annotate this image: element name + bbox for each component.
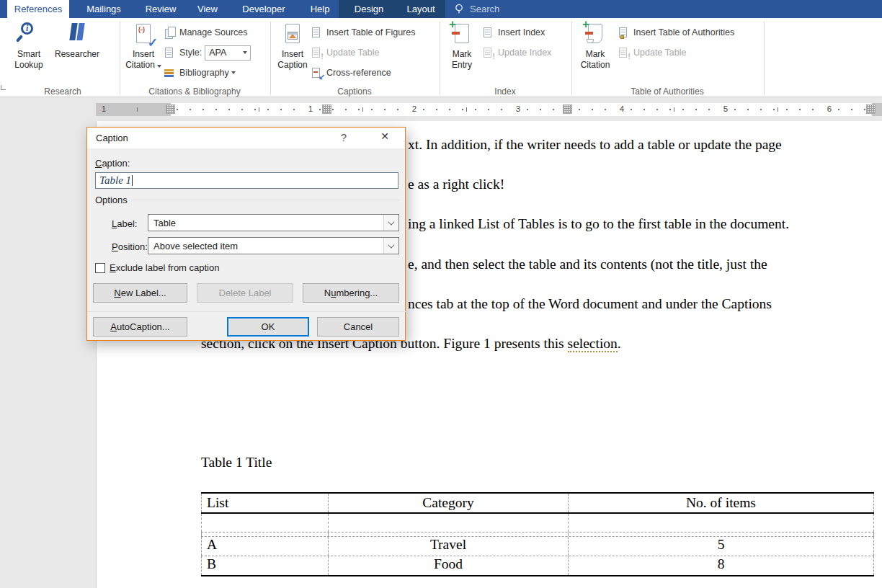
bibliography-label: Bibliography <box>179 68 229 78</box>
mark-entry-icon <box>450 22 474 48</box>
label-text: osition: <box>118 241 148 252</box>
update-table-label: Update Table <box>633 48 686 58</box>
table-header-cell[interactable]: Category <box>329 494 569 512</box>
insert-index-button[interactable]: Insert Index <box>483 24 545 41</box>
tab-design[interactable]: Design <box>355 0 383 18</box>
cross-reference-button[interactable]: Cross-reference <box>311 64 391 81</box>
insert-citation-label2-text: Citation <box>125 60 155 70</box>
insert-citation-icon <box>131 22 156 48</box>
insert-caption-icon <box>280 22 305 48</box>
update-index-button: Update Index <box>483 44 551 61</box>
body-text-line[interactable]: e, and then select the table and its con… <box>408 257 767 272</box>
tab-review[interactable]: Review <box>146 0 177 18</box>
exclude-label-checkbox-label[interactable]: Exclude label from caption <box>110 262 219 273</box>
ruler-band: 1 1 2 3 4 5 6 <box>0 98 882 121</box>
tab-mailings[interactable]: Mailings <box>86 0 121 18</box>
table-row[interactable]: A Travel 5 <box>201 537 874 556</box>
table-column-marker[interactable] <box>166 104 175 114</box>
close-icon[interactable]: ✕ <box>375 130 394 146</box>
mark-citation-label: Mark <box>575 49 615 60</box>
body-text-line[interactable]: ing a linked List of Tables is to go to … <box>408 216 789 232</box>
insert-table-of-figures-button[interactable]: Insert Table of Figures <box>311 24 415 41</box>
caption-input[interactable]: Table 1 <box>95 172 398 189</box>
table-of-figures-icon <box>311 27 324 39</box>
mark-citation-icon <box>583 22 607 48</box>
mark-citation-button[interactable]: Mark Citation <box>575 22 615 71</box>
table-cell[interactable]: Travel <box>329 537 569 556</box>
researcher-label: Researcher <box>50 49 104 60</box>
bibliography-button[interactable]: Bibliography <box>164 64 236 81</box>
table-cell[interactable]: B <box>201 556 329 575</box>
button-text: utoCaption... <box>117 321 170 332</box>
table-cell[interactable] <box>569 514 874 532</box>
ok-button[interactable]: OK <box>227 317 309 337</box>
insert-caption-button[interactable]: Insert Caption <box>274 22 311 71</box>
new-label-button[interactable]: New Label... <box>93 283 187 303</box>
cancel-button[interactable]: Cancel <box>317 317 399 337</box>
body-text-line[interactable]: e as a right click! <box>408 177 504 192</box>
label-text: abel: <box>117 218 137 229</box>
manage-sources-label: Manage Sources <box>179 27 248 37</box>
manage-sources-icon <box>164 27 177 39</box>
dialog-title-bar[interactable]: Caption ? ✕ <box>87 128 405 148</box>
researcher-button[interactable]: Researcher <box>50 22 104 60</box>
ribbon-tab-bar: References Mailings Review View Develope… <box>0 0 882 18</box>
label-dropdown[interactable]: Table <box>148 214 399 231</box>
position-dropdown[interactable]: Above selected item <box>148 237 399 254</box>
table-cell[interactable]: 5 <box>569 537 874 556</box>
tab-help[interactable]: Help <box>311 0 330 18</box>
table-cell[interactable] <box>569 533 874 536</box>
table-cell[interactable] <box>201 533 329 536</box>
table-cell[interactable]: 8 <box>569 556 874 575</box>
table-row[interactable]: B Food 8 <box>201 556 874 576</box>
style-value: APA <box>209 48 226 58</box>
help-button[interactable]: ? <box>336 131 352 146</box>
table-header-cell[interactable]: List <box>201 494 329 512</box>
dropdown-button[interactable] <box>383 238 398 254</box>
search-box[interactable]: Search <box>454 0 499 18</box>
caption-field-label: Caption: <box>95 158 130 169</box>
autocaption-button[interactable]: AutoCaption... <box>93 317 187 337</box>
chevron-down-icon <box>388 241 394 248</box>
tab-layout[interactable]: Layout <box>406 0 435 18</box>
exclude-label-checkbox[interactable] <box>95 263 105 273</box>
table-cell[interactable]: A <box>201 537 329 556</box>
tab-view[interactable]: View <box>197 0 218 18</box>
table-header-row[interactable]: List Category No. of items <box>201 492 874 514</box>
table-column-marker[interactable] <box>866 104 876 114</box>
ribbon: Smart Lookup Researcher Research Insert … <box>0 18 882 97</box>
table-caption-title[interactable]: Table 1 Title <box>201 455 272 471</box>
table-cell[interactable]: Food <box>329 556 569 575</box>
body-text-line[interactable]: xt. In addition, if the writer needs to … <box>408 137 782 153</box>
manage-sources-button[interactable]: Manage Sources <box>164 24 248 41</box>
tab-references[interactable]: References <box>7 0 69 18</box>
table-column-marker[interactable] <box>322 104 331 114</box>
table-of-authorities-icon <box>618 27 631 39</box>
insert-citation-button[interactable]: Insert Citation <box>124 22 163 71</box>
numbering-button[interactable]: Numbering... <box>303 283 399 303</box>
tab-developer[interactable]: Developer <box>242 0 285 18</box>
insert-citation-label2: Citation <box>124 60 163 71</box>
group-label-index: Index <box>494 86 515 97</box>
dialog-title: Caption <box>96 133 128 143</box>
dialog-launcher-icon[interactable] <box>1 85 6 90</box>
style-combobox[interactable]: APA <box>205 45 251 61</box>
table-cell[interactable] <box>329 533 569 536</box>
cross-reference-label: Cross-reference <box>326 68 391 78</box>
position-field-label: Position: <box>112 241 148 252</box>
body-text-line[interactable]: nces tab at the top of the Word document… <box>408 296 772 312</box>
document-table[interactable]: List Category No. of items A Travel 5 B <box>201 492 874 576</box>
dropdown-button[interactable] <box>383 215 398 231</box>
table-header-cell[interactable]: No. of items <box>569 494 874 512</box>
table-cell[interactable] <box>201 514 329 532</box>
ruler-number-6: 6 <box>825 104 834 113</box>
label-text: xclude label from caption <box>116 262 220 273</box>
table-column-marker[interactable] <box>563 104 572 114</box>
table-row[interactable] <box>201 514 874 533</box>
insert-table-of-authorities-button[interactable]: Insert Table of Authorities <box>618 24 734 41</box>
group-separator <box>571 22 572 95</box>
smart-lookup-button[interactable]: Smart Lookup <box>10 22 48 71</box>
mark-entry-button[interactable]: Mark Entry <box>444 22 480 71</box>
table-cell[interactable] <box>329 514 569 532</box>
label-field-label: Label: <box>112 218 137 229</box>
